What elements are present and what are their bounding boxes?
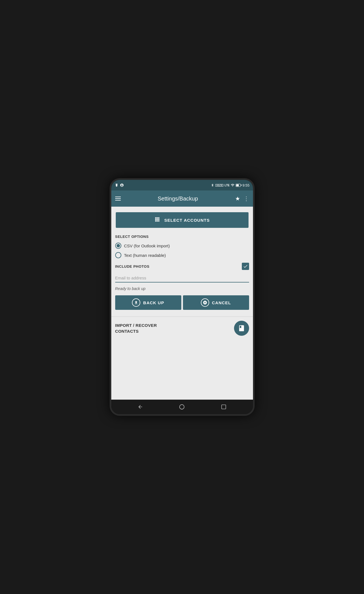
text-radio-option[interactable]: Text (human readable): [115, 252, 249, 258]
csv-radio-inner: [117, 244, 120, 247]
status-right-icons: VOLTE LTE 9:55: [211, 183, 249, 187]
home-nav-button[interactable]: [176, 401, 187, 412]
text-radio-button[interactable]: [115, 252, 121, 258]
bottom-spacer: [111, 341, 253, 358]
download-icon: [115, 183, 119, 187]
page-title: Settings/Backup: [124, 195, 232, 202]
csv-radio-label: CSV (for Outlook import): [124, 243, 170, 248]
notification-icon: [120, 183, 124, 187]
cancel-icon: [203, 300, 207, 305]
svg-rect-3: [157, 217, 158, 218]
status-text: Ready to back up: [115, 286, 249, 291]
grid-icon: [154, 216, 161, 224]
select-options-title: SELECT OPTIONS: [115, 235, 249, 239]
recents-nav-button[interactable]: [218, 401, 229, 412]
csv-radio-button[interactable]: [115, 243, 121, 249]
text-radio-label: Text (human readable): [124, 253, 166, 258]
bluetooth-icon: [211, 183, 214, 187]
include-photos-label: INCLUDE PHOTOS: [115, 264, 150, 269]
main-content: SELECT OPTIONS CSV (for Outlook import) …: [111, 231, 253, 314]
svg-point-9: [180, 405, 184, 409]
svg-rect-0: [155, 217, 156, 218]
select-accounts-button[interactable]: SELECT ACCOUNTS: [116, 212, 249, 228]
import-section: IMPORT / RECOVERCONTACTS: [111, 317, 253, 341]
nav-bar: [111, 400, 253, 414]
back-nav-button[interactable]: [135, 401, 146, 412]
action-buttons: BACK UP CANCEL: [115, 295, 249, 310]
svg-rect-1: [155, 219, 156, 220]
battery-icon: [236, 184, 241, 187]
recents-nav-icon: [221, 404, 226, 410]
backup-button[interactable]: BACK UP: [115, 295, 181, 310]
backup-button-label: BACK UP: [143, 300, 164, 305]
import-title: IMPORT / RECOVERCONTACTS: [115, 322, 157, 334]
status-left-icons: [115, 183, 124, 187]
select-accounts-label: SELECT ACCOUNTS: [164, 218, 210, 223]
lte-label: LTE: [225, 184, 230, 187]
menu-button[interactable]: [115, 197, 121, 201]
svg-rect-7: [158, 219, 159, 220]
import-contacts-button[interactable]: [234, 321, 249, 336]
cancel-button[interactable]: CANCEL: [183, 295, 249, 310]
svg-rect-5: [157, 220, 158, 221]
volte-label: VOLTE: [215, 184, 223, 187]
contacts-book-icon: [238, 325, 245, 332]
csv-radio-option[interactable]: CSV (for Outlook import): [115, 243, 249, 249]
svg-rect-10: [221, 405, 226, 409]
svg-rect-4: [157, 219, 158, 220]
app-bar: Settings/Backup ★ ⋮: [111, 190, 253, 207]
signal-icon: [231, 183, 235, 187]
svg-rect-6: [158, 217, 159, 218]
cancel-button-label: CANCEL: [212, 300, 231, 305]
checkmark-icon: [243, 264, 248, 269]
back-nav-icon: [138, 404, 143, 410]
upload-icon: [134, 300, 138, 305]
scrollable-content: SELECT ACCOUNTS SELECT OPTIONS CSV (for …: [111, 207, 253, 400]
include-photos-row: INCLUDE PHOTOS: [115, 263, 249, 270]
upload-icon-circle: [132, 298, 140, 307]
svg-rect-8: [158, 220, 159, 221]
svg-rect-2: [155, 220, 156, 221]
favorite-button[interactable]: ★: [235, 195, 240, 202]
home-nav-icon: [179, 404, 185, 410]
more-options-button[interactable]: ⋮: [244, 195, 249, 202]
format-radio-group: CSV (for Outlook import) Text (human rea…: [115, 243, 249, 258]
status-bar: VOLTE LTE 9:55: [111, 180, 253, 190]
email-input-wrapper: [115, 274, 249, 282]
include-photos-checkbox[interactable]: [242, 263, 249, 270]
clock: 9:55: [242, 183, 249, 187]
cancel-icon-circle: [201, 298, 209, 307]
email-input[interactable]: [115, 274, 249, 282]
